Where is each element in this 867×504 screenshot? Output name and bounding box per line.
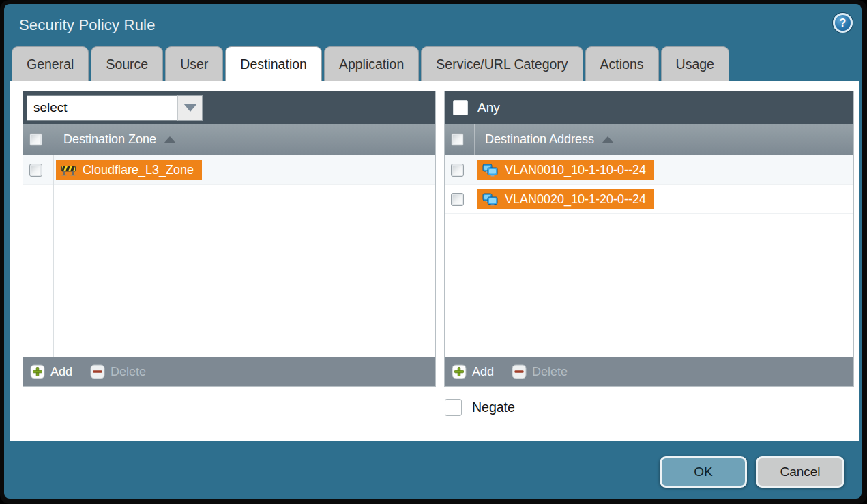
address-chip-label: VLAN0010_10-1-10-0--24 xyxy=(505,163,646,177)
add-button-label: Add xyxy=(50,365,72,379)
address-column-header: Destination Address xyxy=(445,124,853,155)
destination-address-panel: Any Destination Address xyxy=(444,91,854,387)
tab-general[interactable]: General xyxy=(12,46,89,81)
dialog-title: Security Policy Rule xyxy=(19,16,156,34)
any-checkbox[interactable] xyxy=(453,100,468,115)
zone-select-all-checkbox[interactable] xyxy=(29,133,42,146)
delete-button-label: Delete xyxy=(111,365,146,379)
zone-list: Cloudflare_L3_Zone xyxy=(23,155,435,357)
zone-chip-label: Cloudflare_L3_Zone xyxy=(83,163,194,177)
address-select-all-checkbox[interactable] xyxy=(451,133,464,146)
delete-button[interactable]: Delete xyxy=(512,364,568,379)
tab-application[interactable]: Application xyxy=(324,46,419,81)
negate-label: Negate xyxy=(472,400,515,415)
checkbox-column-divider xyxy=(53,155,54,357)
negate-checkbox[interactable] xyxy=(445,399,462,416)
tab-destination[interactable]: Destination xyxy=(225,46,322,81)
add-plus-icon xyxy=(452,364,467,379)
zone-chip[interactable]: Cloudflare_L3_Zone xyxy=(56,160,202,180)
tab-actions[interactable]: Actions xyxy=(585,46,659,81)
zone-select-input[interactable] xyxy=(27,95,177,121)
address-list: VLAN0010_10-1-10-0--24 xyxy=(445,155,853,357)
delete-button[interactable]: Delete xyxy=(90,364,146,379)
window-frame: Security Policy Rule ? General Source Us… xyxy=(0,0,867,504)
column-divider xyxy=(474,124,475,155)
zone-column-label: Destination Zone xyxy=(63,132,156,147)
sort-ascending-icon[interactable] xyxy=(164,136,176,143)
row-checkbox[interactable] xyxy=(29,164,42,177)
zone-select-combo xyxy=(27,95,203,121)
address-chip[interactable]: VLAN0010_10-1-10-0--24 xyxy=(477,160,654,180)
address-panel-header: Any xyxy=(445,91,853,124)
zone-select-dropdown-button[interactable] xyxy=(177,95,203,121)
address-column-label: Destination Address xyxy=(485,132,594,147)
table-row[interactable]: VLAN0010_10-1-10-0--24 xyxy=(445,155,853,185)
delete-button-label: Delete xyxy=(532,365,568,379)
any-label: Any xyxy=(477,100,500,115)
delete-minus-icon xyxy=(512,364,527,379)
zone-column-header: Destination Zone xyxy=(23,124,435,155)
security-policy-rule-dialog: Security Policy Rule ? General Source Us… xyxy=(4,4,862,499)
destination-zone-panel: Destination Zone xyxy=(23,91,436,387)
column-divider xyxy=(53,124,53,155)
table-row[interactable]: VLAN0020_10-1-20-0--24 xyxy=(445,185,853,214)
add-plus-icon xyxy=(30,364,45,379)
negate-row: Negate xyxy=(445,399,515,416)
tab-usage[interactable]: Usage xyxy=(661,46,729,81)
row-checkbox[interactable] xyxy=(451,193,464,206)
address-icon xyxy=(482,164,499,177)
checkbox-column-divider xyxy=(475,155,475,357)
address-panel-toolbar: Add Delete xyxy=(445,357,853,386)
zone-panel-toolbar: Add Delete xyxy=(23,357,435,386)
destination-tab-content: Destination Zone xyxy=(10,81,859,441)
help-icon[interactable]: ? xyxy=(833,13,853,33)
address-icon xyxy=(482,193,499,206)
tab-user[interactable]: User xyxy=(165,46,223,81)
sort-ascending-icon[interactable] xyxy=(602,136,614,143)
ok-button[interactable]: OK xyxy=(660,456,747,488)
add-button-label: Add xyxy=(472,365,494,379)
row-checkbox[interactable] xyxy=(451,164,464,177)
tab-source[interactable]: Source xyxy=(91,46,163,81)
chevron-down-icon xyxy=(183,104,197,112)
tab-bar: General Source User Destination Applicat… xyxy=(12,46,729,81)
dialog-footer-buttons: OK Cancel xyxy=(660,456,844,488)
zone-panel-header xyxy=(23,91,435,124)
add-button[interactable]: Add xyxy=(30,364,72,379)
add-button[interactable]: Add xyxy=(452,364,494,379)
cancel-button[interactable]: Cancel xyxy=(756,456,844,488)
address-chip-label: VLAN0020_10-1-20-0--24 xyxy=(505,192,646,207)
zone-icon xyxy=(61,164,76,176)
delete-minus-icon xyxy=(90,364,105,379)
address-chip[interactable]: VLAN0020_10-1-20-0--24 xyxy=(477,189,654,209)
table-row[interactable]: Cloudflare_L3_Zone xyxy=(23,155,435,185)
tab-service-url-category[interactable]: Service/URL Category xyxy=(421,46,583,81)
